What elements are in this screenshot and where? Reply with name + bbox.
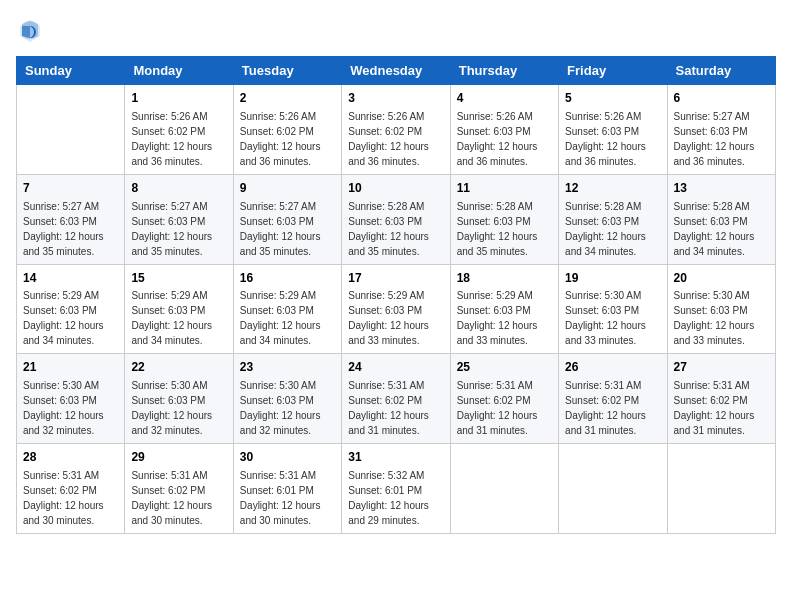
page-container: SundayMondayTuesdayWednesdayThursdayFrid…: [16, 16, 776, 534]
calendar-cell-w0d4: 4Sunrise: 5:26 AM Sunset: 6:03 PM Daylig…: [450, 85, 558, 175]
calendar-cell-w3d2: 23Sunrise: 5:30 AM Sunset: 6:03 PM Dayli…: [233, 354, 341, 444]
day-number: 19: [565, 270, 660, 287]
day-number: 9: [240, 180, 335, 197]
calendar-cell-w1d1: 8Sunrise: 5:27 AM Sunset: 6:03 PM Daylig…: [125, 174, 233, 264]
calendar-cell-w3d6: 27Sunrise: 5:31 AM Sunset: 6:02 PM Dayli…: [667, 354, 775, 444]
day-number: 16: [240, 270, 335, 287]
day-number: 6: [674, 90, 769, 107]
day-info: Sunrise: 5:30 AM Sunset: 6:03 PM Dayligh…: [240, 378, 335, 438]
calendar-cell-w0d2: 2Sunrise: 5:26 AM Sunset: 6:02 PM Daylig…: [233, 85, 341, 175]
calendar-cell-w4d1: 29Sunrise: 5:31 AM Sunset: 6:02 PM Dayli…: [125, 444, 233, 534]
day-number: 31: [348, 449, 443, 466]
day-info: Sunrise: 5:31 AM Sunset: 6:02 PM Dayligh…: [457, 378, 552, 438]
calendar-cell-w0d6: 6Sunrise: 5:27 AM Sunset: 6:03 PM Daylig…: [667, 85, 775, 175]
day-info: Sunrise: 5:30 AM Sunset: 6:03 PM Dayligh…: [565, 288, 660, 348]
calendar-cell-w1d2: 9Sunrise: 5:27 AM Sunset: 6:03 PM Daylig…: [233, 174, 341, 264]
calendar-table: SundayMondayTuesdayWednesdayThursdayFrid…: [16, 56, 776, 534]
calendar-cell-w1d4: 11Sunrise: 5:28 AM Sunset: 6:03 PM Dayli…: [450, 174, 558, 264]
calendar-cell-w2d2: 16Sunrise: 5:29 AM Sunset: 6:03 PM Dayli…: [233, 264, 341, 354]
day-info: Sunrise: 5:31 AM Sunset: 6:02 PM Dayligh…: [674, 378, 769, 438]
weekday-header-thursday: Thursday: [450, 57, 558, 85]
weekday-header-friday: Friday: [559, 57, 667, 85]
weekday-header-saturday: Saturday: [667, 57, 775, 85]
week-row-5: 28Sunrise: 5:31 AM Sunset: 6:02 PM Dayli…: [17, 444, 776, 534]
calendar-cell-w2d0: 14Sunrise: 5:29 AM Sunset: 6:03 PM Dayli…: [17, 264, 125, 354]
day-info: Sunrise: 5:29 AM Sunset: 6:03 PM Dayligh…: [131, 288, 226, 348]
calendar-cell-w1d0: 7Sunrise: 5:27 AM Sunset: 6:03 PM Daylig…: [17, 174, 125, 264]
day-number: 29: [131, 449, 226, 466]
day-info: Sunrise: 5:30 AM Sunset: 6:03 PM Dayligh…: [23, 378, 118, 438]
logo: [16, 16, 48, 44]
day-info: Sunrise: 5:27 AM Sunset: 6:03 PM Dayligh…: [674, 109, 769, 169]
day-info: Sunrise: 5:28 AM Sunset: 6:03 PM Dayligh…: [348, 199, 443, 259]
day-number: 7: [23, 180, 118, 197]
day-info: Sunrise: 5:31 AM Sunset: 6:02 PM Dayligh…: [565, 378, 660, 438]
day-number: 14: [23, 270, 118, 287]
calendar-cell-w4d2: 30Sunrise: 5:31 AM Sunset: 6:01 PM Dayli…: [233, 444, 341, 534]
day-info: Sunrise: 5:31 AM Sunset: 6:01 PM Dayligh…: [240, 468, 335, 528]
calendar-cell-w3d0: 21Sunrise: 5:30 AM Sunset: 6:03 PM Dayli…: [17, 354, 125, 444]
calendar-cell-w3d1: 22Sunrise: 5:30 AM Sunset: 6:03 PM Dayli…: [125, 354, 233, 444]
day-number: 24: [348, 359, 443, 376]
calendar-cell-w4d3: 31Sunrise: 5:32 AM Sunset: 6:01 PM Dayli…: [342, 444, 450, 534]
calendar-cell-w2d5: 19Sunrise: 5:30 AM Sunset: 6:03 PM Dayli…: [559, 264, 667, 354]
week-row-4: 21Sunrise: 5:30 AM Sunset: 6:03 PM Dayli…: [17, 354, 776, 444]
day-info: Sunrise: 5:29 AM Sunset: 6:03 PM Dayligh…: [457, 288, 552, 348]
day-number: 3: [348, 90, 443, 107]
day-number: 11: [457, 180, 552, 197]
day-number: 30: [240, 449, 335, 466]
day-number: 2: [240, 90, 335, 107]
day-info: Sunrise: 5:31 AM Sunset: 6:02 PM Dayligh…: [23, 468, 118, 528]
calendar-cell-w2d4: 18Sunrise: 5:29 AM Sunset: 6:03 PM Dayli…: [450, 264, 558, 354]
day-number: 25: [457, 359, 552, 376]
calendar-cell-w4d5: [559, 444, 667, 534]
day-info: Sunrise: 5:27 AM Sunset: 6:03 PM Dayligh…: [23, 199, 118, 259]
day-info: Sunrise: 5:26 AM Sunset: 6:03 PM Dayligh…: [565, 109, 660, 169]
calendar-cell-w1d6: 13Sunrise: 5:28 AM Sunset: 6:03 PM Dayli…: [667, 174, 775, 264]
day-info: Sunrise: 5:29 AM Sunset: 6:03 PM Dayligh…: [348, 288, 443, 348]
day-info: Sunrise: 5:32 AM Sunset: 6:01 PM Dayligh…: [348, 468, 443, 528]
weekday-header-row: SundayMondayTuesdayWednesdayThursdayFrid…: [17, 57, 776, 85]
calendar-cell-w2d6: 20Sunrise: 5:30 AM Sunset: 6:03 PM Dayli…: [667, 264, 775, 354]
day-info: Sunrise: 5:28 AM Sunset: 6:03 PM Dayligh…: [457, 199, 552, 259]
weekday-header-tuesday: Tuesday: [233, 57, 341, 85]
calendar-cell-w0d3: 3Sunrise: 5:26 AM Sunset: 6:02 PM Daylig…: [342, 85, 450, 175]
day-number: 23: [240, 359, 335, 376]
day-info: Sunrise: 5:31 AM Sunset: 6:02 PM Dayligh…: [348, 378, 443, 438]
calendar-cell-w0d0: [17, 85, 125, 175]
day-info: Sunrise: 5:27 AM Sunset: 6:03 PM Dayligh…: [240, 199, 335, 259]
logo-icon: [16, 16, 44, 44]
day-number: 17: [348, 270, 443, 287]
day-info: Sunrise: 5:27 AM Sunset: 6:03 PM Dayligh…: [131, 199, 226, 259]
header: [16, 16, 776, 44]
day-info: Sunrise: 5:26 AM Sunset: 6:03 PM Dayligh…: [457, 109, 552, 169]
day-number: 15: [131, 270, 226, 287]
calendar-cell-w3d4: 25Sunrise: 5:31 AM Sunset: 6:02 PM Dayli…: [450, 354, 558, 444]
day-number: 20: [674, 270, 769, 287]
day-number: 8: [131, 180, 226, 197]
day-number: 4: [457, 90, 552, 107]
day-number: 12: [565, 180, 660, 197]
week-row-1: 1Sunrise: 5:26 AM Sunset: 6:02 PM Daylig…: [17, 85, 776, 175]
day-number: 27: [674, 359, 769, 376]
calendar-cell-w4d4: [450, 444, 558, 534]
day-number: 1: [131, 90, 226, 107]
day-info: Sunrise: 5:26 AM Sunset: 6:02 PM Dayligh…: [240, 109, 335, 169]
calendar-cell-w1d3: 10Sunrise: 5:28 AM Sunset: 6:03 PM Dayli…: [342, 174, 450, 264]
day-info: Sunrise: 5:28 AM Sunset: 6:03 PM Dayligh…: [565, 199, 660, 259]
day-number: 10: [348, 180, 443, 197]
day-info: Sunrise: 5:31 AM Sunset: 6:02 PM Dayligh…: [131, 468, 226, 528]
day-number: 5: [565, 90, 660, 107]
day-number: 28: [23, 449, 118, 466]
day-info: Sunrise: 5:29 AM Sunset: 6:03 PM Dayligh…: [23, 288, 118, 348]
calendar-cell-w2d3: 17Sunrise: 5:29 AM Sunset: 6:03 PM Dayli…: [342, 264, 450, 354]
day-info: Sunrise: 5:28 AM Sunset: 6:03 PM Dayligh…: [674, 199, 769, 259]
calendar-cell-w0d5: 5Sunrise: 5:26 AM Sunset: 6:03 PM Daylig…: [559, 85, 667, 175]
day-number: 26: [565, 359, 660, 376]
weekday-header-monday: Monday: [125, 57, 233, 85]
calendar-cell-w3d5: 26Sunrise: 5:31 AM Sunset: 6:02 PM Dayli…: [559, 354, 667, 444]
weekday-header-wednesday: Wednesday: [342, 57, 450, 85]
day-number: 22: [131, 359, 226, 376]
calendar-cell-w0d1: 1Sunrise: 5:26 AM Sunset: 6:02 PM Daylig…: [125, 85, 233, 175]
day-info: Sunrise: 5:30 AM Sunset: 6:03 PM Dayligh…: [131, 378, 226, 438]
